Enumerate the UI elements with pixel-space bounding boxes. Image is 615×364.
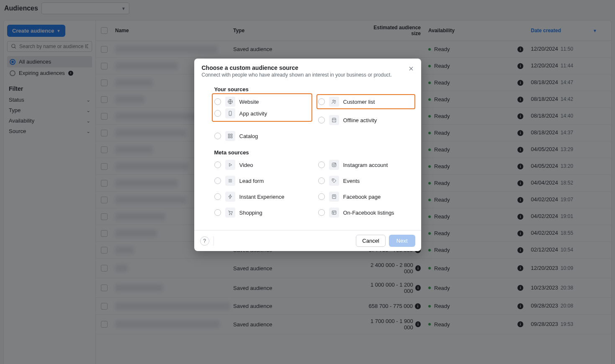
svg-point-22 (231, 214, 232, 215)
help-button[interactable]: ? (200, 236, 209, 246)
radio-icon (214, 161, 221, 168)
source-instant-experience[interactable]: Instant Experience (214, 191, 310, 203)
cart-icon (225, 208, 235, 218)
instagram-icon (329, 160, 339, 170)
next-button[interactable]: Next (389, 235, 415, 247)
source-shopping-label: Shopping (239, 210, 262, 216)
svg-rect-8 (228, 134, 230, 136)
grid-icon (225, 131, 235, 141)
globe-icon (225, 97, 235, 107)
radio-icon (214, 177, 221, 184)
source-instagram-label: Instagram account (343, 162, 388, 168)
svg-point-26 (333, 179, 334, 180)
store-icon (329, 115, 339, 125)
svg-marker-16 (229, 164, 232, 167)
source-instagram[interactable]: Instagram account (318, 159, 414, 171)
svg-point-12 (332, 100, 334, 102)
source-website[interactable]: Website (214, 96, 310, 108)
source-video-label: Video (239, 162, 253, 168)
modal-title: Choose a custom audience source (202, 64, 414, 71)
source-offline-activity[interactable]: Offline activity (318, 114, 414, 126)
source-on-facebook-listings[interactable]: On-Facebook listings (318, 207, 414, 218)
source-events[interactable]: Events (318, 175, 414, 187)
source-instant-experience-label: Instant Experience (239, 194, 285, 200)
source-lead-form[interactable]: Lead form (214, 175, 310, 187)
source-catalog[interactable]: Catalog (214, 130, 310, 142)
divider (214, 236, 214, 246)
meta-sources-heading: Meta sources (214, 149, 414, 156)
radio-icon (318, 209, 325, 216)
radio-icon (214, 98, 221, 105)
bolt-icon (225, 192, 235, 202)
source-video[interactable]: Video (214, 159, 310, 171)
source-lead-form-label: Lead form (239, 178, 264, 184)
source-customer-list[interactable]: Customer list (318, 96, 414, 108)
modal-subtitle: Connect with people who have already sho… (202, 72, 414, 78)
your-sources-heading: Your sources (214, 86, 414, 92)
play-icon (225, 160, 235, 170)
radio-icon (318, 161, 325, 168)
source-events-label: Events (343, 178, 360, 184)
source-website-label: Website (239, 99, 259, 105)
svg-point-25 (335, 164, 335, 164)
source-app-activity[interactable]: App activity (214, 108, 310, 119)
radio-icon (318, 117, 325, 123)
list-icon (225, 176, 235, 186)
source-customer-list-label: Customer list (343, 99, 375, 105)
source-facebook-page-label: Facebook page (343, 194, 381, 200)
source-app-activity-label: App activity (239, 110, 267, 117)
svg-rect-30 (332, 211, 336, 214)
svg-point-21 (229, 214, 230, 215)
cancel-button[interactable]: Cancel (356, 235, 385, 247)
svg-rect-11 (231, 136, 232, 138)
radio-icon (214, 110, 221, 117)
source-shopping[interactable]: Shopping (214, 207, 310, 218)
custom-audience-source-modal: Choose a custom audience source Connect … (194, 59, 421, 251)
radio-icon (214, 133, 221, 139)
close-button[interactable] (406, 64, 416, 74)
tag-icon (329, 176, 339, 186)
people-icon (329, 97, 339, 107)
radio-icon (318, 177, 325, 184)
source-offline-activity-label: Offline activity (343, 117, 377, 123)
radio-icon (214, 209, 221, 216)
svg-point-24 (333, 164, 335, 166)
page-icon (329, 192, 339, 202)
source-on-fb-listings-label: On-Facebook listings (343, 210, 394, 216)
radio-icon (318, 193, 325, 200)
radio-icon (214, 193, 221, 200)
listing-icon (329, 208, 339, 218)
phone-icon (225, 108, 235, 118)
radio-icon (318, 98, 325, 105)
close-icon (408, 66, 414, 72)
svg-point-13 (334, 100, 335, 102)
source-catalog-label: Catalog (239, 133, 258, 139)
source-facebook-page[interactable]: Facebook page (318, 191, 414, 203)
svg-rect-9 (231, 134, 232, 136)
svg-rect-10 (228, 136, 230, 138)
svg-marker-20 (228, 195, 232, 199)
modal-overlay: Choose a custom audience source Connect … (0, 0, 615, 364)
